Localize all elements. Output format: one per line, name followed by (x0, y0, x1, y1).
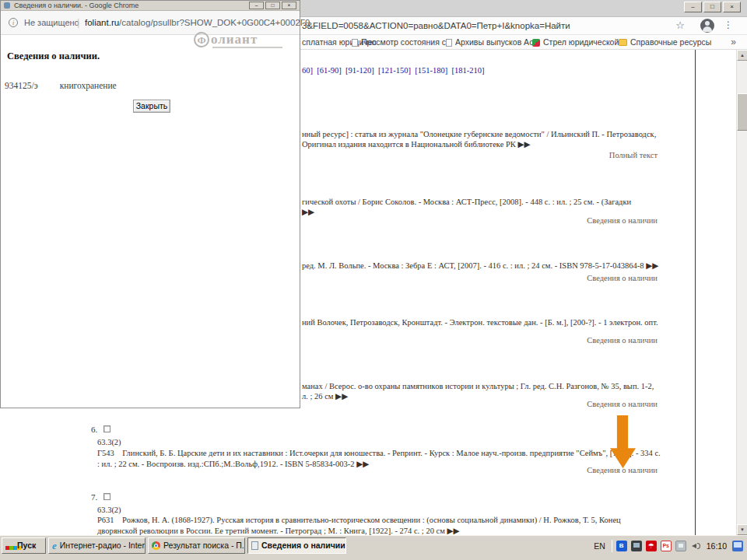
popup-heading: Сведения о наличии. (7, 51, 100, 62)
bookmark-star-icon[interactable]: ☆ (675, 19, 685, 31)
record-body: Р631 Рожков, Н. А. (1868-1927). Русская … (97, 515, 662, 536)
restore-button[interactable]: □ (703, 2, 721, 12)
page-icon (352, 39, 358, 47)
display-screen (633, 543, 640, 548)
copy-location: книгохранение (60, 81, 117, 90)
scrollbar-thumb[interactable] (737, 93, 747, 131)
foliant-logo-text: олиант (211, 32, 258, 47)
availability-link[interactable]: Сведения о наличии (587, 466, 658, 474)
text-service-icon[interactable]: Ps (661, 541, 672, 551)
record-checkbox[interactable] (103, 425, 110, 432)
popup-window-title: Сведения о наличии. - Google Chrome (14, 2, 139, 9)
close-button[interactable]: × (282, 2, 296, 9)
foliant-tagline (212, 47, 282, 48)
record-checkbox[interactable] (103, 493, 110, 500)
bookmark-item[interactable]: Архивы выпусков Аст (446, 37, 537, 47)
monitor-icon[interactable] (732, 541, 743, 551)
record-fragment: Оригинал издания находится в Национально… (302, 139, 531, 149)
close-popup-button[interactable]: Закрыть (133, 100, 170, 113)
bookmarks-overflow-icon[interactable]: » (731, 37, 736, 47)
record-number: 7. (91, 492, 97, 502)
browser-menu-icon[interactable]: ⋮ (724, 19, 733, 30)
antivirus-icon[interactable]: ☂ (646, 541, 657, 551)
url-host: foliant.ru (85, 18, 119, 27)
scroll-down-icon[interactable]: ▼ (737, 524, 747, 535)
popup-url[interactable]: foliant.ru/catalog/psullbr?SHOW_DOK+0G00… (85, 18, 310, 27)
record-fragment: ред. М. Л. Вольпе. - Москва : Зебра Е : … (302, 261, 658, 271)
avatar-body-icon (703, 26, 712, 32)
address-separator: | (77, 16, 79, 28)
start-button[interactable]: Пуск (2, 537, 46, 554)
desktop-screen: – □ × 3&FIELD=0058&ACTION0=равно&DATA0=П… (0, 0, 747, 560)
record-body: Г543 Глинский, Б. Б. Царские дети и их н… (97, 448, 662, 469)
chrome-icon (152, 541, 160, 550)
page-frame-border (695, 50, 696, 535)
taskbar-task-internet-radio[interactable]: eИнтернет-радио - Inter... (48, 537, 146, 554)
display-settings-icon[interactable] (631, 541, 642, 551)
language-indicator[interactable]: EN (591, 541, 608, 551)
full-text-link[interactable]: Полный текст (609, 151, 658, 159)
url-path: /catalog/psullbr?SHOW_DOK+0G00C4+0002Г9 (119, 18, 310, 27)
record-class-code: 63.3(2) (97, 505, 121, 515)
foliant-logo-icon: Ф (194, 32, 209, 47)
speaker-cone (692, 544, 696, 548)
availability-popup-window: Сведения о наличии. - Google Chrome – □ … (0, 0, 300, 408)
record-fragment: ▶▶ (302, 207, 314, 217)
chrome-app-icon (4, 2, 10, 9)
foliant-logo: Ф олиант (194, 30, 295, 51)
bookmark-item[interactable]: Справочные ресурсы (619, 37, 711, 47)
page-icon (446, 39, 452, 47)
availability-link[interactable]: Сведения о наличии (587, 400, 658, 408)
tray-divider (612, 540, 612, 552)
record-fragment: нный ресурс] : статья из журнала "Олонец… (302, 129, 656, 139)
popup-titlebar[interactable]: Сведения о наличии. - Google Chrome – □ … (1, 1, 300, 11)
bluetooth-icon[interactable]: B (616, 541, 627, 551)
availability-link[interactable]: Сведения о наличии (587, 274, 658, 282)
record-fragment: гической охоты / Борис Соколов. - Москва… (302, 197, 631, 207)
record-fragment: ний Волочек, Петрозаводск, Кронштадт. - … (302, 317, 658, 327)
profile-avatar[interactable] (700, 19, 714, 33)
vertical-scrollbar[interactable]: ▲ ▼ (736, 50, 747, 535)
clock[interactable]: 16:10 (705, 541, 728, 551)
pagination-links[interactable]: 60] [61-90] [91-120] [121-150] [151-180]… (302, 65, 484, 75)
info-icon[interactable]: i (9, 18, 18, 27)
maximize-button[interactable]: □ (265, 2, 280, 9)
folder-icon (619, 39, 627, 46)
taskbar-task-search-results[interactable]: Результат поиска - П... (148, 537, 245, 554)
bookmark-item[interactable]: Просмотр состояния с (352, 37, 446, 47)
internet-explorer-icon: e (52, 538, 57, 553)
speaker-wave (697, 543, 700, 549)
network-icon[interactable] (675, 541, 686, 551)
record-number: 6. (91, 425, 97, 434)
record-class-code: 63.3(2) (97, 437, 121, 447)
monitor-screen (734, 542, 742, 548)
scroll-up-icon[interactable]: ▲ (737, 50, 747, 61)
availability-link[interactable]: Сведения о наличии (587, 336, 658, 345)
address-bar[interactable]: 3&FIELD=0058&ACTION0=равно&DATA0=Петр+I&… (302, 21, 570, 30)
network-screen (679, 544, 683, 548)
not-secure-label: Не защищено (24, 18, 79, 27)
taskbar: Пуск eИнтернет-радио - Inter... Результа… (0, 535, 747, 560)
bookmark-item[interactable]: Стрел юридической п (532, 37, 626, 47)
copy-inventory-code: 934125/э (5, 81, 38, 90)
taskbar-task-availability[interactable]: Сведения о наличии ... (247, 537, 346, 554)
site-favicon (532, 39, 540, 47)
minimize-button[interactable]: – (249, 2, 264, 9)
chrome-page-icon (251, 541, 258, 550)
copy-availability-row: 934125/экнигохранение (5, 81, 117, 90)
volume-icon[interactable] (690, 541, 701, 551)
availability-link[interactable]: Сведения о наличии (587, 216, 658, 225)
record-fragment: манах / Всерос. о-во охраны памятников и… (302, 381, 654, 391)
minimize-button[interactable]: – (684, 2, 702, 12)
record-fragment: л. ; 26 см ▶▶ (302, 391, 348, 401)
system-tray: EN B ☂ Ps 16:10 (589, 537, 745, 554)
close-button[interactable]: × (723, 2, 741, 12)
avatar-head-icon (705, 21, 710, 26)
windows-logo-icon (5, 540, 14, 548)
